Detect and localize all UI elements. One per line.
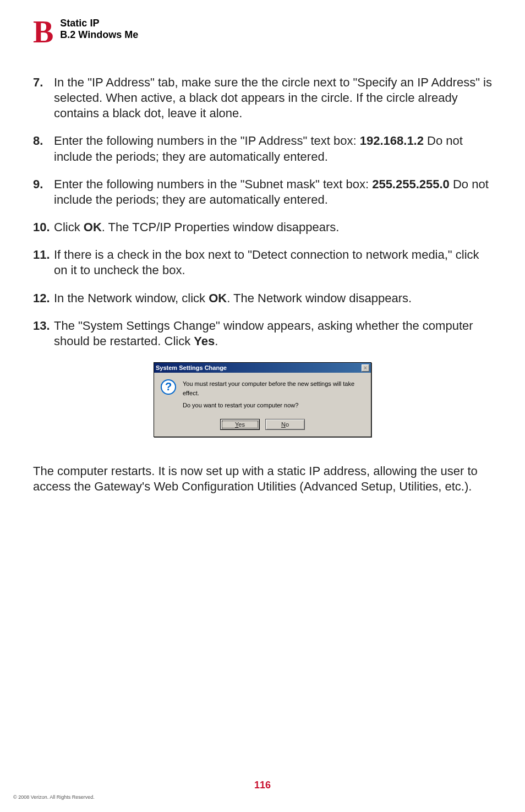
step-text: In the Network window, click OK. The Net… [54, 291, 492, 306]
dialog-buttons: Yes No [154, 417, 371, 437]
step-number: 13. [33, 318, 54, 349]
step-11: 11. If there is a check in the box next … [33, 247, 492, 278]
step-text: The "System Settings Change" window appe… [54, 318, 492, 349]
question-icon: ? [161, 379, 176, 395]
ok-label: OK [84, 220, 102, 234]
step-number: 12. [33, 291, 54, 306]
dialog-line1: You must restart your computer before th… [183, 379, 364, 397]
step-number: 10. [33, 220, 54, 235]
dialog-line2: Do you want to restart your computer now… [183, 401, 364, 410]
step-13: 13. The "System Settings Change" window … [33, 318, 492, 349]
step-text: Enter the following numbers in the "Subn… [54, 177, 492, 208]
step-number: 7. [33, 75, 54, 121]
dialog-body: ? You must restart your computer before … [154, 373, 371, 417]
dialog-title-text: System Settings Change [156, 364, 227, 372]
no-rest: o [286, 421, 289, 428]
step-text: If there is a check in the box next to "… [54, 247, 492, 278]
dialog-titlebar: System Settings Change × [154, 363, 371, 373]
ok-label: OK [209, 291, 227, 305]
subnet-mask-value: 255.255.255.0 [372, 177, 450, 191]
step-text: Click OK. The TCP/IP Properties window d… [54, 220, 492, 235]
system-settings-change-dialog: System Settings Change × ? You must rest… [154, 362, 371, 437]
dialog-message: You must restart your computer before th… [183, 379, 364, 410]
page-number: 116 [0, 780, 525, 791]
step-8: 8. Enter the following numbers in the "I… [33, 133, 492, 164]
page-header: B Static IP B.2 Windows Me [33, 17, 492, 47]
step-number: 9. [33, 177, 54, 208]
text-post: . The Network window disappears. [227, 291, 412, 305]
close-icon[interactable]: × [362, 364, 369, 372]
step-text: In the "IP Address" tab, make sure the t… [54, 75, 492, 121]
step-12: 12. In the Network window, click OK. The… [33, 291, 492, 306]
text-pre: Enter the following numbers in the "Subn… [54, 177, 372, 191]
step-9: 9. Enter the following numbers in the "S… [33, 177, 492, 208]
text-pre: Enter the following numbers in the "IP A… [54, 134, 360, 148]
text-post: . [215, 334, 218, 348]
yes-label: Yes [194, 334, 215, 348]
no-button[interactable]: No [265, 419, 305, 430]
no-accel: N [281, 421, 286, 428]
step-number: 11. [33, 247, 54, 278]
ip-address-value: 192.168.1.2 [360, 134, 424, 148]
header-text-block: Static IP B.2 Windows Me [60, 17, 138, 41]
step-7: 7. In the "IP Address" tab, make sure th… [33, 75, 492, 121]
yes-rest: es [238, 421, 245, 428]
text-pre: Click [54, 220, 84, 234]
text-post: . The TCP/IP Properties window disappear… [102, 220, 340, 234]
appendix-letter: B [33, 17, 53, 47]
step-10: 10. Click OK. The TCP/IP Properties wind… [33, 220, 492, 235]
yes-button[interactable]: Yes [220, 419, 260, 430]
text-pre: The "System Settings Change" window appe… [54, 319, 473, 348]
dialog-screenshot: System Settings Change × ? You must rest… [33, 362, 492, 437]
step-number: 8. [33, 133, 54, 164]
step-text: Enter the following numbers in the "IP A… [54, 133, 492, 164]
text-pre: In the Network window, click [54, 291, 209, 305]
closing-paragraph: The computer restarts. It is now set up … [33, 464, 492, 494]
content-body: 7. In the "IP Address" tab, make sure th… [33, 75, 492, 494]
header-subtitle: B.2 Windows Me [60, 29, 138, 41]
header-title: Static IP [60, 18, 138, 29]
copyright-notice: © 2008 Verizon. All Rights Reserved. [13, 794, 95, 800]
